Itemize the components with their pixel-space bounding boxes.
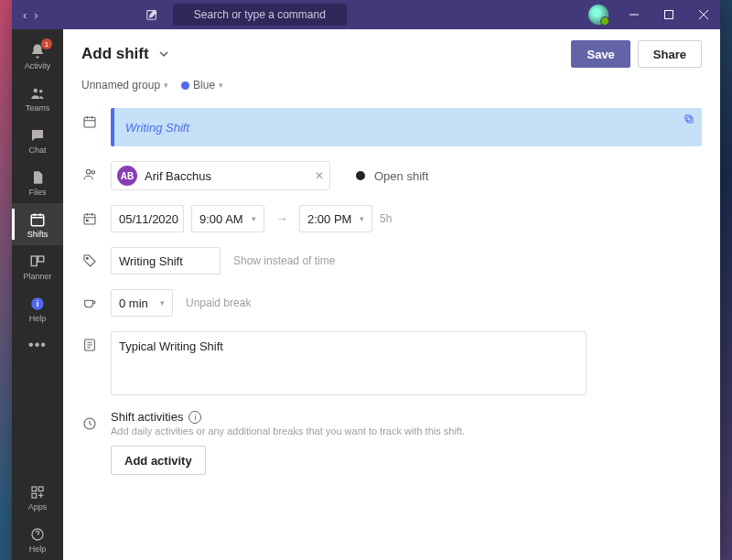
help-circle-icon bbox=[28, 525, 47, 544]
minimize-icon bbox=[630, 10, 639, 19]
start-time-field[interactable]: 9:00 AM ▾ bbox=[191, 205, 264, 232]
title-dropdown[interactable] bbox=[158, 48, 169, 59]
break-duration-field[interactable]: 0 min ▾ bbox=[111, 289, 173, 317]
page-title: Add shift bbox=[81, 45, 149, 63]
forward-button[interactable]: › bbox=[34, 8, 38, 22]
main-content: Add shift Save Share Unnamed group ▾ Blu… bbox=[63, 29, 720, 560]
chevron-down-icon: ▾ bbox=[219, 81, 223, 90]
svg-point-20 bbox=[92, 171, 94, 174]
clock-icon bbox=[81, 415, 98, 432]
rail-item-label: Files bbox=[28, 188, 46, 197]
duration-label: 5h bbox=[380, 212, 392, 225]
rail-item-planner[interactable]: Planner bbox=[12, 245, 63, 287]
rail-item-label: Apps bbox=[28, 502, 48, 512]
rail-item-label: Shifts bbox=[27, 230, 48, 239]
planner-icon bbox=[28, 253, 47, 271]
window-maximize-button[interactable] bbox=[652, 0, 685, 29]
rail-item-label: Planner bbox=[23, 272, 51, 281]
copy-icon[interactable] bbox=[684, 113, 694, 124]
svg-rect-18 bbox=[685, 115, 691, 121]
avatar[interactable] bbox=[588, 5, 608, 25]
svg-rect-8 bbox=[31, 256, 37, 266]
group-selector[interactable]: Unnamed group ▾ bbox=[81, 79, 168, 92]
svg-text:i: i bbox=[37, 299, 39, 308]
rail-item-label: Activity bbox=[25, 61, 51, 70]
assignee-input[interactable]: AB Arif Bacchus ✕ bbox=[111, 161, 330, 190]
break-hint: Unpaid break bbox=[186, 296, 251, 309]
chevron-down-icon: ▾ bbox=[160, 298, 165, 307]
svg-point-6 bbox=[39, 89, 43, 92]
rail-item-label: Help bbox=[29, 314, 47, 323]
share-button[interactable]: Share bbox=[638, 40, 702, 68]
chevron-down-icon: ▾ bbox=[164, 81, 168, 90]
open-shift-label: Open shift bbox=[374, 169, 428, 183]
group-label: Unnamed group bbox=[81, 79, 160, 92]
svg-rect-16 bbox=[84, 117, 95, 127]
svg-rect-17 bbox=[687, 117, 693, 123]
svg-rect-9 bbox=[38, 256, 44, 262]
svg-rect-13 bbox=[38, 487, 43, 491]
svg-rect-7 bbox=[31, 214, 44, 225]
apps-icon bbox=[28, 483, 47, 501]
assignee-avatar: AB bbox=[117, 166, 137, 186]
svg-rect-21 bbox=[84, 214, 95, 224]
arrow-right-icon: → bbox=[272, 211, 292, 226]
rail-item-activity[interactable]: Activity 1 bbox=[12, 35, 63, 77]
search-input[interactable]: Search or type a command bbox=[173, 4, 347, 26]
search-placeholder: Search or type a command bbox=[194, 8, 326, 21]
notes-field[interactable]: Typical Writing Shift bbox=[111, 331, 587, 395]
display-label-hint: Show instead of time bbox=[233, 254, 335, 267]
titlebar: ‹ › Search or type a command bbox=[12, 0, 720, 29]
maximize-icon bbox=[664, 10, 673, 19]
window-minimize-button[interactable] bbox=[618, 0, 651, 29]
end-time-field[interactable]: 2:00 PM ▾ bbox=[299, 205, 372, 232]
shift-title-card[interactable]: Writing Shift bbox=[111, 108, 702, 146]
app-window: ‹ › Search or type a command bbox=[12, 0, 720, 560]
compose-button[interactable] bbox=[140, 3, 164, 27]
calendar-date-icon bbox=[81, 210, 98, 227]
svg-point-19 bbox=[86, 169, 91, 174]
compose-icon bbox=[145, 8, 158, 21]
page-header: Add shift Save Share bbox=[63, 29, 720, 75]
svg-rect-14 bbox=[32, 493, 37, 498]
files-icon bbox=[28, 168, 47, 187]
shifts-icon bbox=[28, 210, 47, 229]
rail-item-chat[interactable]: Chat bbox=[12, 119, 63, 161]
rail-item-shifts[interactable]: Shifts bbox=[12, 203, 63, 245]
info-icon[interactable]: i bbox=[188, 411, 201, 424]
more-icon: ••• bbox=[28, 336, 47, 354]
rail-item-files[interactable]: Files bbox=[12, 161, 63, 203]
teams-icon bbox=[28, 84, 47, 102]
app-rail: Activity 1 Teams Chat Files bbox=[12, 29, 63, 560]
display-label-field[interactable]: Writing Shift bbox=[111, 247, 221, 275]
rail-item-more[interactable]: ••• bbox=[12, 329, 63, 361]
svg-point-23 bbox=[86, 257, 88, 259]
help-icon: i bbox=[28, 295, 47, 313]
rail-item-apps[interactable]: Apps bbox=[12, 476, 63, 518]
chevron-down-icon: ▾ bbox=[360, 214, 364, 223]
rail-item-help-bottom[interactable]: Help bbox=[12, 518, 63, 560]
date-field[interactable]: 05/11/2020 bbox=[111, 205, 184, 232]
chevron-down-icon bbox=[158, 48, 169, 59]
activities-header: Shift activities i bbox=[111, 410, 702, 424]
back-button[interactable]: ‹ bbox=[23, 8, 27, 22]
add-activity-button[interactable]: Add activity bbox=[111, 446, 206, 475]
rail-item-label: Teams bbox=[26, 103, 50, 113]
rail-item-help-top[interactable]: i Help bbox=[12, 287, 63, 329]
notes-icon bbox=[81, 337, 98, 353]
cup-icon bbox=[81, 295, 98, 311]
window-close-button[interactable] bbox=[687, 0, 720, 29]
color-dot-icon bbox=[181, 81, 189, 90]
calendar-square-icon bbox=[81, 113, 98, 130]
open-shift-toggle[interactable]: Open shift bbox=[356, 169, 428, 183]
svg-point-5 bbox=[34, 88, 38, 92]
remove-assignee-button[interactable]: ✕ bbox=[315, 169, 324, 182]
sub-header: Unnamed group ▾ Blue ▾ bbox=[63, 75, 720, 101]
activities-subtext: Add daily activities or any additional b… bbox=[111, 425, 702, 436]
rail-item-teams[interactable]: Teams bbox=[12, 77, 63, 119]
color-label: Blue bbox=[193, 79, 215, 92]
color-selector[interactable]: Blue ▾ bbox=[181, 79, 223, 92]
svg-rect-22 bbox=[86, 220, 89, 222]
chevron-down-icon: ▾ bbox=[252, 214, 256, 223]
save-button[interactable]: Save bbox=[571, 40, 630, 68]
